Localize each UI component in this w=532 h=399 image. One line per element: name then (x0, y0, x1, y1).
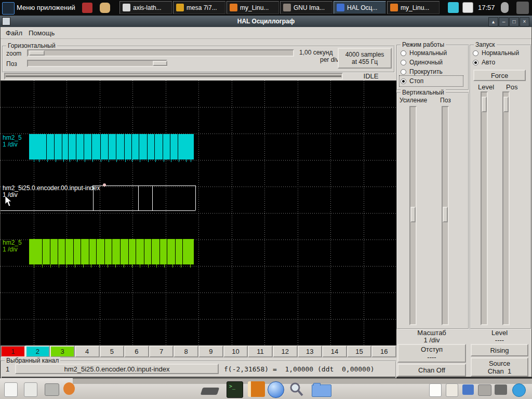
dock-undo-icon[interactable] (63, 382, 75, 395)
pos-slider-handle[interactable] (153, 61, 167, 66)
taskbar-window-4[interactable]: HAL Осц... (334, 1, 386, 14)
runmode-option-0[interactable]: Нормальный (401, 49, 464, 57)
menu-help[interactable]: Помощь (25, 29, 58, 37)
mouse-icon[interactable] (501, 2, 509, 13)
vpos-slider-handle[interactable] (443, 207, 448, 222)
channel-button-5[interactable]: 5 (100, 345, 125, 357)
zoom-slider-handle[interactable] (29, 50, 45, 56)
pos-label: Поз (6, 60, 17, 68)
window-menu-icon[interactable] (2, 17, 10, 25)
edge-button[interactable]: Rising (471, 344, 528, 356)
dock-keyboard-icon[interactable] (495, 384, 507, 395)
launcher-icon-1[interactable] (82, 3, 92, 13)
record-length-button[interactable]: 4000 samples at 455 Гц (338, 48, 392, 69)
channel-button-4[interactable]: 4 (75, 345, 100, 357)
channel-button-1[interactable]: 1 (1, 345, 25, 357)
runmode-option-2[interactable]: Прокрутить (401, 68, 464, 76)
terminal-icon[interactable] (227, 381, 243, 398)
dock-drive-icon[interactable] (201, 388, 220, 395)
channel-button-11[interactable]: 11 (248, 345, 273, 357)
trace-label-chan3: hm2_5 1 /div (3, 240, 22, 253)
channel-button-15[interactable]: 15 (347, 345, 372, 357)
channel-button-9[interactable]: 9 (198, 345, 223, 357)
globe-icon[interactable] (268, 381, 284, 398)
trigger-label-1: Авто (482, 59, 495, 66)
time-per-div-unit: per div (299, 56, 339, 63)
shade-button[interactable]: ▴ (488, 17, 498, 26)
runmode-option-3[interactable]: Стоп (401, 77, 462, 85)
gain-slider-handle[interactable] (410, 207, 416, 222)
offset-button[interactable]: Отступ ---- (397, 344, 466, 363)
dock-printer-icon[interactable] (45, 383, 59, 396)
maximize-button[interactable]: □ (509, 17, 519, 26)
dock-editor-icon[interactable] (24, 382, 37, 397)
zoom-slider[interactable] (27, 49, 294, 57)
menu-file[interactable]: Файл (3, 29, 25, 37)
vpos-slider[interactable] (442, 106, 449, 325)
dock-document-icon[interactable] (4, 382, 18, 397)
gain-slider[interactable] (409, 106, 417, 325)
channel-button-8[interactable]: 8 (174, 345, 198, 357)
dock-circle-icon[interactable] (512, 383, 526, 397)
selected-channel-readout: f(-2,31658) = 1,00000 (ddt 0,00000) (224, 365, 375, 373)
trigger-level-caption: Level (470, 329, 529, 337)
tray-window-icon[interactable] (462, 2, 473, 13)
channel-button-13[interactable]: 13 (298, 345, 323, 357)
scope-canvas[interactable] (1, 81, 396, 345)
channel-button-3[interactable]: 3 (50, 345, 75, 357)
taskbar-window-5[interactable]: my_Linu... (387, 1, 440, 14)
channel-button-7[interactable]: 7 (149, 345, 174, 357)
tray-tools-icon[interactable] (516, 2, 529, 14)
trigger-level-slider[interactable] (481, 91, 488, 325)
applications-menu-icon[interactable] (2, 2, 15, 15)
samples-line2: at 455 Гц (352, 58, 378, 65)
selected-channel-name-button[interactable]: hm2_5i25.0.encoder.00.input-index (15, 364, 219, 374)
pos-slider[interactable] (27, 60, 167, 67)
trigger-pos-slider[interactable] (502, 91, 510, 325)
radio-icon (401, 60, 406, 65)
samples-line1: 4000 samples (345, 51, 384, 58)
force-button[interactable]: Force (473, 70, 526, 81)
taskbar-window-3[interactable]: GNU Ima... (280, 1, 332, 14)
applications-menu-button[interactable]: Меню приложений (17, 0, 75, 16)
minimize-button[interactable]: – (499, 17, 509, 26)
dock-blue-icon[interactable] (462, 384, 474, 395)
dock-notes-icon[interactable] (446, 383, 458, 397)
search-icon[interactable] (288, 381, 304, 397)
taskbar-window-label: axis-lath... (133, 4, 162, 11)
dock-book-icon[interactable] (248, 381, 265, 397)
scope-display[interactable]: hm2_5 1 /div hm2_5i25.0.encoder.00.input… (1, 81, 396, 345)
launcher-icon-2[interactable] (100, 3, 110, 13)
channel-button-2[interactable]: 2 (25, 345, 50, 357)
trigger-option-1[interactable]: Авто (473, 58, 527, 66)
close-button[interactable]: × (520, 17, 529, 26)
menu-bar: Файл Помощь (1, 27, 531, 39)
dock-printer2-icon[interactable] (478, 384, 491, 396)
taskbar-window-0[interactable]: axis-lath... (119, 1, 172, 14)
channel-button-14[interactable]: 14 (322, 345, 347, 357)
dock-edit-icon[interactable] (429, 383, 442, 397)
taskbar-window-1[interactable]: mesa 7i7... (173, 1, 225, 14)
taskbar-window-2[interactable]: my_Linu... (227, 1, 279, 14)
channel-button-10[interactable]: 10 (223, 345, 248, 357)
runmode-option-1[interactable]: Одиночный (401, 58, 464, 66)
channel-button-12[interactable]: 12 (273, 345, 298, 357)
taskbar-window-label: HAL Осц... (347, 4, 377, 11)
source-line2: Chan 1 (488, 367, 512, 375)
trigger-option-0[interactable]: Нормальный (473, 49, 527, 57)
chan-off-button[interactable]: Chan Off (397, 364, 466, 377)
trigger-source-button[interactable]: Source Chan 1 (471, 357, 528, 377)
channel-button-6[interactable]: 6 (124, 345, 149, 357)
runmode-label-2: Прокрутить (409, 68, 443, 75)
source-line1: Source (489, 360, 510, 367)
runmode-label-3: Стоп (409, 77, 423, 85)
tray-network-icon[interactable] (448, 2, 459, 13)
window-titlebar[interactable]: HAL Осциллограф (0, 16, 532, 27)
vertical-frame-label: Вертикальный (401, 89, 446, 96)
folder-icon (230, 4, 237, 11)
trigger-pos-handle[interactable] (503, 97, 509, 112)
offset-label: Отступ (421, 345, 443, 353)
folder-icon[interactable] (312, 384, 331, 397)
trigger-level-handle[interactable] (482, 97, 487, 112)
channel-button-16[interactable]: 16 (371, 345, 396, 357)
